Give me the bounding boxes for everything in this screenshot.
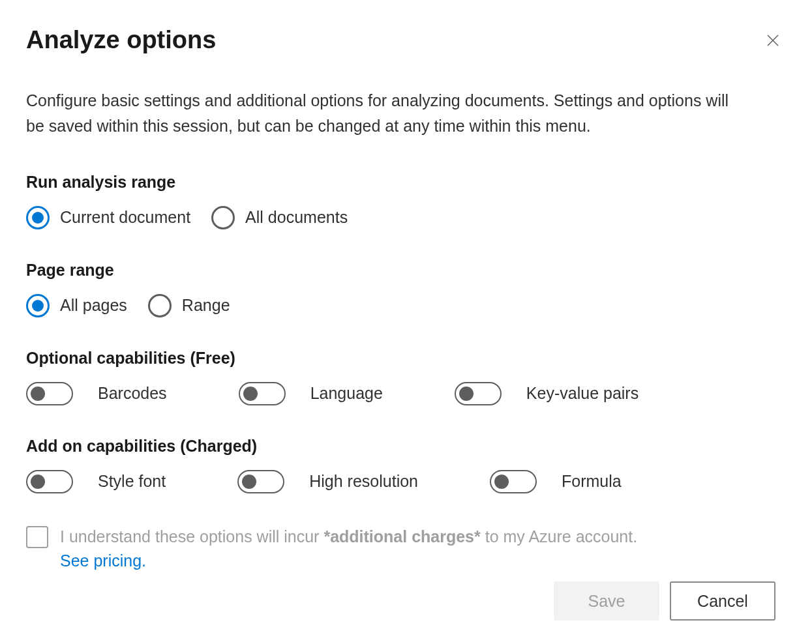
toggle-knob xyxy=(243,387,258,401)
consent-checkbox[interactable] xyxy=(26,526,48,548)
consent-row: I understand these options will incur *a… xyxy=(26,525,786,574)
see-pricing-link[interactable]: See pricing. xyxy=(60,551,146,570)
toggle-label: Style font xyxy=(98,472,166,491)
consent-prefix: I understand these options will incur xyxy=(60,527,323,546)
toggle-label: Barcodes xyxy=(98,384,167,403)
radio-range[interactable]: Range xyxy=(148,294,230,317)
radio-indicator xyxy=(26,294,50,317)
toggle-formula[interactable] xyxy=(490,470,537,493)
toggle-barcodes[interactable] xyxy=(26,382,73,405)
radio-indicator xyxy=(26,206,50,229)
radio-all-documents[interactable]: All documents xyxy=(211,206,348,229)
cancel-button[interactable]: Cancel xyxy=(670,581,775,621)
dialog-footer: Save Cancel xyxy=(554,581,775,621)
dialog-description: Configure basic settings and additional … xyxy=(26,88,744,139)
page-range-group: All pages Range xyxy=(26,294,786,317)
radio-indicator xyxy=(148,294,172,317)
optional-capabilities-label: Optional capabilities (Free) xyxy=(26,349,786,368)
toggle-style-font[interactable] xyxy=(26,470,73,493)
toggle-label: Key-value pairs xyxy=(526,384,639,403)
save-button[interactable]: Save xyxy=(554,581,659,621)
toggle-label: High resolution xyxy=(309,472,418,491)
radio-indicator xyxy=(211,206,235,229)
close-button[interactable] xyxy=(760,27,786,53)
close-icon xyxy=(765,33,781,48)
radio-label: All documents xyxy=(245,208,348,227)
toggle-knob xyxy=(494,475,509,489)
radio-label: All pages xyxy=(60,296,127,315)
radio-current-document[interactable]: Current document xyxy=(26,206,190,229)
toggle-knob xyxy=(242,475,256,489)
consent-emphasis: *additional charges* xyxy=(323,527,480,546)
toggle-language[interactable] xyxy=(239,382,286,405)
addon-capabilities-label: Add on capabilities (Charged) xyxy=(26,437,786,456)
toggle-label: Formula xyxy=(562,472,622,491)
toggle-key-value-pairs[interactable] xyxy=(455,382,502,405)
consent-text: I understand these options will incur *a… xyxy=(60,525,637,574)
run-analysis-range-group: Current document All documents xyxy=(26,206,786,229)
toggle-high-resolution[interactable] xyxy=(237,470,284,493)
optional-capabilities-group: Barcodes Language Key-value pairs xyxy=(26,382,786,405)
consent-suffix: to my Azure account. xyxy=(481,527,637,546)
radio-label: Current document xyxy=(60,208,190,227)
run-analysis-range-label: Run analysis range xyxy=(26,173,786,192)
toggle-label: Language xyxy=(310,384,383,403)
page-range-label: Page range xyxy=(26,261,786,280)
radio-label: Range xyxy=(182,296,230,315)
toggle-knob xyxy=(31,475,45,489)
toggle-knob xyxy=(31,387,45,401)
toggle-knob xyxy=(459,387,474,401)
addon-capabilities-group: Style font High resolution Formula xyxy=(26,470,786,493)
dialog-title: Analyze options xyxy=(26,26,216,54)
radio-all-pages[interactable]: All pages xyxy=(26,294,127,317)
